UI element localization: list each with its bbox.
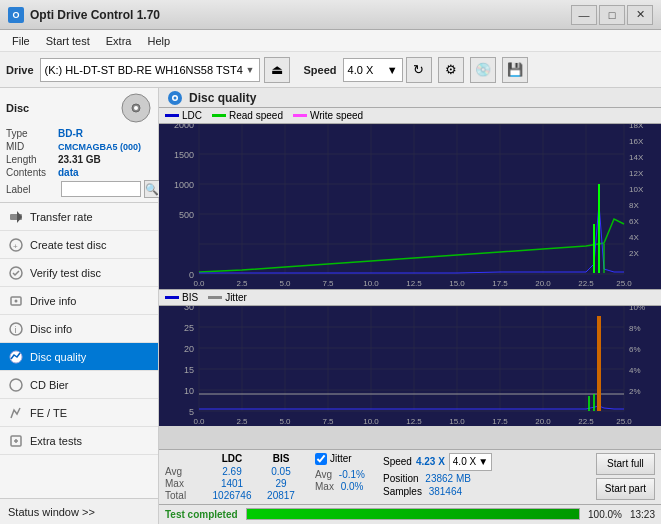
drive-label: Drive bbox=[6, 64, 34, 76]
charts-and-stats: LDC Read speed Write speed bbox=[159, 108, 661, 504]
settings-button[interactable]: ⚙ bbox=[438, 57, 464, 83]
eject-button[interactable]: ⏏ bbox=[264, 57, 290, 83]
disc-type-value: BD-R bbox=[58, 128, 83, 139]
nav-item-fe-te-label: FE / TE bbox=[30, 407, 67, 419]
svg-text:5.0: 5.0 bbox=[279, 279, 291, 288]
jitter-label: Jitter bbox=[330, 453, 352, 464]
svg-text:8X: 8X bbox=[629, 201, 639, 210]
menu-extra[interactable]: Extra bbox=[98, 33, 140, 49]
svg-text:0.0: 0.0 bbox=[193, 417, 205, 426]
verify-test-disc-icon bbox=[8, 265, 24, 281]
bis-legend-label: BIS bbox=[182, 292, 198, 303]
samples-label: Samples bbox=[383, 486, 422, 497]
samples-value: 381464 bbox=[429, 486, 462, 497]
svg-text:30: 30 bbox=[184, 306, 194, 312]
upper-legend: LDC Read speed Write speed bbox=[159, 108, 661, 124]
extra-tests-icon bbox=[8, 433, 24, 449]
svg-text:18X: 18X bbox=[629, 124, 644, 130]
cd-bier-icon bbox=[8, 377, 24, 393]
maximize-button[interactable]: □ bbox=[599, 5, 625, 25]
save-button[interactable]: 💾 bbox=[502, 57, 528, 83]
app-icon: O bbox=[8, 7, 24, 23]
disc-header: Disc bbox=[6, 92, 152, 124]
sidebar-item-cd-bier[interactable]: CD Bier bbox=[0, 371, 158, 399]
content-area: Disc quality LDC Read speed bbox=[159, 88, 661, 524]
menu-help[interactable]: Help bbox=[139, 33, 178, 49]
lower-legend: BIS Jitter bbox=[159, 289, 661, 306]
minimize-button[interactable]: — bbox=[571, 5, 597, 25]
progress-status: Test completed bbox=[165, 509, 238, 520]
svg-text:500: 500 bbox=[179, 210, 194, 220]
sidebar-item-verify-test-disc[interactable]: Verify test disc bbox=[0, 259, 158, 287]
svg-rect-66 bbox=[159, 306, 661, 426]
svg-text:12.5: 12.5 bbox=[406, 417, 422, 426]
svg-text:16X: 16X bbox=[629, 137, 644, 146]
progress-track bbox=[246, 508, 580, 520]
sidebar-item-fe-te[interactable]: FE / TE bbox=[0, 399, 158, 427]
svg-text:10.0: 10.0 bbox=[363, 417, 379, 426]
svg-text:2X: 2X bbox=[629, 249, 639, 258]
jitter-legend-color bbox=[208, 296, 222, 299]
drive-dropdown[interactable]: (K:) HL-DT-ST BD-RE WH16NS58 TST4 ▼ bbox=[40, 58, 260, 82]
app-title: Opti Drive Control 1.70 bbox=[30, 8, 160, 22]
bis-legend-color bbox=[165, 296, 179, 299]
ldc-legend-item: LDC bbox=[165, 110, 202, 121]
menubar: File Start test Extra Help bbox=[0, 30, 661, 52]
stats-bar: LDC BIS Avg 2.69 0.05 Max 1401 29 Tota bbox=[159, 449, 661, 504]
svg-text:10X: 10X bbox=[629, 185, 644, 194]
status-window-button[interactable]: Status window >> bbox=[0, 498, 158, 524]
jitter-legend-label: Jitter bbox=[225, 292, 247, 303]
read-speed-legend-color bbox=[212, 114, 226, 117]
read-speed-legend-label: Read speed bbox=[229, 110, 283, 121]
svg-text:20: 20 bbox=[184, 344, 194, 354]
drive-info-icon bbox=[8, 293, 24, 309]
jitter-checkbox[interactable] bbox=[315, 453, 327, 465]
disc-icon-button[interactable]: 💿 bbox=[470, 57, 496, 83]
avg-bis-value: 0.05 bbox=[261, 466, 301, 477]
sidebar: Disc Type BD-R MID CMCMAGBA5 (000) Lengt… bbox=[0, 88, 159, 524]
label-edit-button[interactable]: 🔍 bbox=[144, 180, 160, 198]
svg-text:15: 15 bbox=[184, 365, 194, 375]
sidebar-item-extra-tests[interactable]: Extra tests bbox=[0, 427, 158, 455]
sidebar-item-disc-info[interactable]: i Disc info bbox=[0, 315, 158, 343]
svg-text:12.5: 12.5 bbox=[406, 279, 422, 288]
speed-stat-dropdown[interactable]: 4.0 X ▼ bbox=[449, 453, 492, 471]
menu-file[interactable]: File bbox=[4, 33, 38, 49]
chevron-down-icon: ▼ bbox=[387, 64, 398, 76]
svg-text:25.0: 25.0 bbox=[616, 279, 632, 288]
transfer-rate-icon bbox=[8, 209, 24, 225]
svg-text:17.5: 17.5 bbox=[492, 417, 508, 426]
svg-text:17.5: 17.5 bbox=[492, 279, 508, 288]
disc-label-input[interactable] bbox=[61, 181, 141, 197]
jitter-avg-value: -0.1% bbox=[339, 469, 365, 480]
sidebar-item-create-test-disc[interactable]: + Create test disc bbox=[0, 231, 158, 259]
total-ldc-value: 1026746 bbox=[207, 490, 257, 501]
svg-text:22.5: 22.5 bbox=[578, 279, 594, 288]
speed-dropdown[interactable]: 4.0 X ▼ bbox=[343, 58, 403, 82]
progress-time: 13:23 bbox=[630, 509, 655, 520]
write-speed-legend-color bbox=[293, 114, 307, 117]
nav-item-transfer-rate-label: Transfer rate bbox=[30, 211, 93, 223]
progress-fill bbox=[247, 509, 579, 519]
svg-text:8%: 8% bbox=[629, 324, 641, 333]
nav-item-verify-test-disc-label: Verify test disc bbox=[30, 267, 101, 279]
disc-info-icon: i bbox=[8, 321, 24, 337]
sidebar-item-transfer-rate[interactable]: Transfer rate bbox=[0, 203, 158, 231]
sidebar-item-disc-quality[interactable]: Disc quality bbox=[0, 343, 158, 371]
menu-start-test[interactable]: Start test bbox=[38, 33, 98, 49]
close-button[interactable]: ✕ bbox=[627, 5, 653, 25]
disc-section-title: Disc bbox=[6, 102, 29, 114]
svg-point-9 bbox=[15, 299, 18, 302]
disc-length-value: 23.31 GB bbox=[58, 154, 101, 165]
start-full-button[interactable]: Start full bbox=[596, 453, 655, 475]
sidebar-item-drive-info[interactable]: Drive info bbox=[0, 287, 158, 315]
titlebar-controls[interactable]: — □ ✕ bbox=[571, 5, 653, 25]
content-header: Disc quality bbox=[159, 88, 661, 108]
refresh-button[interactable]: ↻ bbox=[406, 57, 432, 83]
svg-text:12X: 12X bbox=[629, 169, 644, 178]
bis-legend-item: BIS bbox=[165, 292, 198, 303]
status-window-label: Status window >> bbox=[8, 506, 95, 518]
svg-text:20.0: 20.0 bbox=[535, 279, 551, 288]
svg-text:2000: 2000 bbox=[174, 124, 194, 130]
start-part-button[interactable]: Start part bbox=[596, 478, 655, 500]
